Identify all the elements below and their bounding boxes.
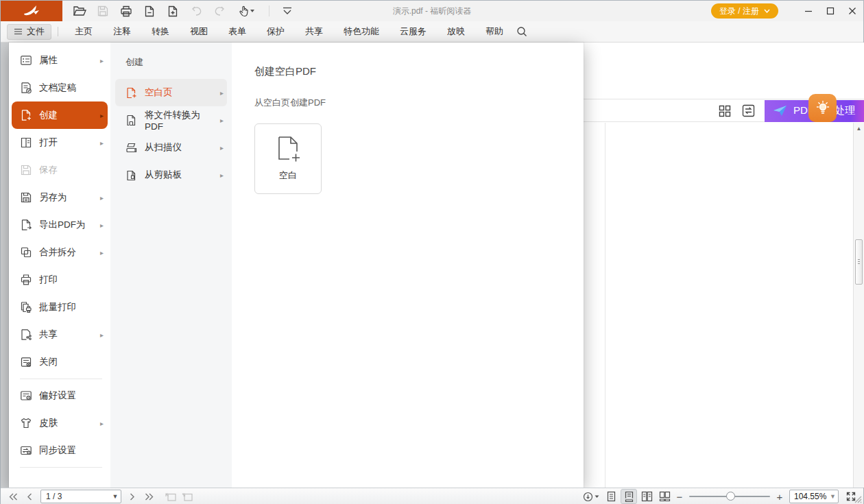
redo-icon[interactable] [212, 3, 227, 19]
submenu-arrow-icon: ▸ [220, 171, 224, 179]
zoom-level-combo[interactable]: 104.55% ▼ [789, 490, 839, 503]
scanner-icon [125, 142, 137, 154]
continuous-view-icon[interactable] [621, 489, 637, 504]
page-remove-icon[interactable] [142, 3, 157, 19]
statusbar-right: − + 104.55% ▼ [581, 489, 863, 504]
collapse-toolbar-icon[interactable] [280, 3, 295, 19]
facing-continuous-view-icon[interactable] [656, 489, 673, 504]
single-page-view-icon[interactable] [603, 489, 619, 504]
submenu-item-convert-file[interactable]: 将文件转换为PDF ▸ [110, 106, 232, 134]
save-icon[interactable] [95, 3, 110, 19]
toolbar-separator [269, 5, 269, 16]
menu-divider [20, 467, 102, 468]
tab-convert[interactable]: 转换 [141, 25, 180, 38]
sidebar-item-save-as[interactable]: 另存为 ▸ [9, 184, 110, 211]
print-icon[interactable] [119, 3, 134, 19]
login-chevron-icon [764, 9, 770, 13]
sidebar-item-properties[interactable]: 属性 ▸ [9, 47, 110, 74]
menu-item-label: 合并拆分 [39, 246, 76, 259]
submenu-arrow-icon: ▸ [100, 221, 104, 229]
blank-pdf-card[interactable]: 空白 [254, 123, 322, 194]
submenu-item-blank-page[interactable]: 空白页 ▸ [115, 79, 227, 106]
next-view-icon[interactable] [179, 489, 195, 504]
maximize-button[interactable] [819, 1, 841, 21]
convert-file-icon [125, 115, 137, 126]
submenu-arrow-icon: ▸ [100, 194, 104, 202]
tab-view[interactable]: 视图 [180, 25, 218, 38]
zoom-slider[interactable] [689, 496, 770, 497]
document-finalize-icon [20, 82, 32, 94]
file-menu-button[interactable]: 文件 [7, 24, 51, 40]
blank-card-label: 空白 [279, 169, 297, 182]
menu-item-label: 属性 [39, 54, 58, 67]
print-icon [20, 274, 32, 286]
tab-comment[interactable]: 注释 [103, 25, 141, 38]
submenu-item-from-scanner[interactable]: 从扫描仪 ▸ [110, 134, 232, 161]
tab-form[interactable]: 表单 [218, 25, 256, 38]
sidebar-item-save[interactable]: 保存 [9, 156, 110, 184]
sidebar-item-export-pdf[interactable]: 导出PDF为 ▸ [9, 211, 110, 239]
menu-item-label: 导出PDF为 [39, 219, 86, 231]
sidebar-item-close[interactable]: 关闭 [9, 348, 110, 376]
login-button[interactable]: 登录 / 注册 [711, 3, 778, 19]
zoom-slider-track[interactable] [689, 496, 770, 497]
close-button[interactable] [841, 1, 863, 21]
resize-grip[interactable] [854, 495, 862, 503]
title-bar: 演示.pdf - 福昕阅读器 登录 / 注册 [1, 1, 863, 21]
previous-page-icon[interactable] [21, 489, 38, 504]
scrollbar-thumb[interactable] [855, 239, 863, 285]
sidebar-item-finalize[interactable]: 文档定稿 [9, 74, 110, 101]
scroll-up-icon[interactable]: ▲ [854, 123, 864, 134]
last-page-icon[interactable] [141, 489, 157, 504]
page-add-icon[interactable] [165, 3, 180, 19]
menu-item-label: 关闭 [39, 356, 58, 368]
auto-scroll-icon[interactable] [581, 489, 601, 504]
dimmed-left-panel [1, 43, 9, 488]
hand-tool-icon[interactable] [235, 3, 259, 19]
facing-view-icon[interactable] [638, 489, 655, 504]
properties-icon [20, 54, 32, 67]
sidebar-item-batch-print[interactable]: 批量打印 [9, 293, 110, 321]
submenu-item-from-clipboard[interactable]: 从剪贴板 ▸ [110, 161, 232, 189]
sidebar-item-merge-split[interactable]: 合并拆分 ▸ [9, 239, 110, 266]
zoom-slider-knob[interactable] [726, 492, 735, 501]
sidebar-item-sync-settings[interactable]: 同步设置 [9, 437, 110, 464]
tab-help[interactable]: 帮助 [475, 25, 514, 38]
foxit-logo [1, 1, 62, 21]
sidebar-item-print[interactable]: 打印 [9, 266, 110, 293]
merge-split-icon [20, 246, 32, 259]
next-page-icon[interactable] [124, 489, 141, 504]
status-bar: 1 / 3 ▼ [1, 488, 863, 504]
undo-icon[interactable] [189, 3, 204, 19]
page-number-combo[interactable]: 1 / 3 ▼ [40, 490, 121, 503]
sidebar-item-preferences[interactable]: 偏好设置 [9, 382, 110, 409]
menu-item-label: 共享 [39, 328, 58, 341]
zoom-out-icon[interactable]: − [674, 491, 685, 503]
assistant-lightbulb-button[interactable] [808, 94, 837, 122]
zoom-in-icon[interactable]: + [774, 491, 785, 503]
sync-settings-icon [20, 444, 32, 457]
vertical-scrollbar[interactable]: ▲ [853, 123, 864, 488]
sidebar-item-share[interactable]: 共享 ▸ [9, 321, 110, 348]
submenu-arrow-icon: ▸ [100, 420, 104, 427]
tab-cloud[interactable]: 云服务 [389, 25, 437, 38]
sidebar-item-skin[interactable]: 皮肤 ▸ [9, 409, 110, 437]
submenu-header: 创建 [110, 56, 232, 69]
tab-features[interactable]: 特色功能 [333, 25, 389, 38]
grid-view-icon[interactable] [717, 103, 733, 119]
swap-icon[interactable] [740, 103, 756, 119]
minimize-button[interactable] [797, 1, 819, 21]
tab-share[interactable]: 共享 [295, 25, 333, 38]
sidebar-item-open[interactable]: 打开 ▸ [9, 129, 110, 156]
menu-item-label: 皮肤 [39, 417, 58, 429]
tab-home[interactable]: 主页 [64, 25, 103, 38]
open-folder-icon[interactable] [72, 3, 87, 19]
tab-slideshow[interactable]: 放映 [437, 25, 475, 38]
first-page-icon[interactable] [5, 489, 21, 504]
previous-view-icon[interactable] [163, 489, 179, 504]
tab-protect[interactable]: 保护 [256, 25, 295, 38]
submenu-arrow-icon: ▸ [100, 57, 104, 64]
sidebar-item-create[interactable]: 创建 ▸ [12, 101, 108, 129]
search-icon[interactable] [516, 26, 527, 37]
share-icon [20, 328, 32, 341]
